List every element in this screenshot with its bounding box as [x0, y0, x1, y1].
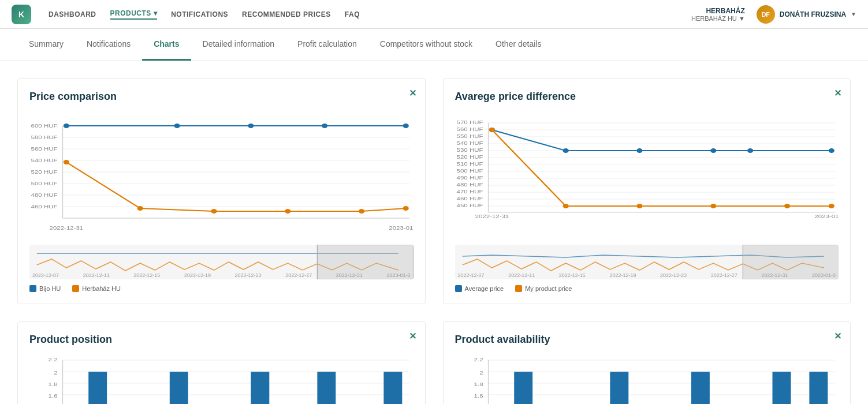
avg-price-diff-card: Avarege price difference ✕ 570 HUF 560 H…	[443, 78, 851, 304]
svg-text:1.6: 1.6	[474, 393, 483, 399]
tab-bar: Summary Notifications Charts Detailed in…	[0, 29, 868, 61]
nav-right: HERBAHÁZ HERBAHÁZ HU ▼ DF DONÁTH FRUZSIN…	[691, 5, 856, 24]
svg-point-23	[137, 206, 143, 211]
product-availability-chart: 2.2 2 1.8 1.6 1.4 1.2 1 0.8	[455, 354, 839, 404]
svg-point-62	[710, 148, 716, 153]
svg-rect-121	[772, 372, 791, 404]
user-info[interactable]: DF DONÁTH FRUZSINA ▼	[757, 5, 856, 24]
svg-point-26	[359, 209, 364, 214]
nav-dashboard[interactable]: DASHBOARD	[49, 10, 96, 18]
product-position-close[interactable]: ✕	[409, 331, 416, 342]
tab-charts[interactable]: Charts	[142, 29, 191, 61]
price-comparison-card: Price comparison ✕ 600 HUF 580 HUF 560 H…	[17, 78, 426, 304]
svg-text:540 HUF: 540 HUF	[31, 158, 58, 163]
svg-text:530 HUF: 530 HUF	[456, 147, 483, 153]
svg-text:2022-12-31: 2022-12-31	[475, 214, 509, 219]
svg-rect-122	[809, 372, 828, 404]
nav-notifications[interactable]: NOTIFICATIONS	[171, 10, 228, 18]
tab-profit[interactable]: Profit calculation	[286, 29, 368, 61]
svg-point-19	[248, 124, 254, 128]
svg-point-68	[710, 204, 716, 208]
logo: K	[12, 5, 31, 24]
product-position-title: Product position	[29, 334, 413, 346]
tab-detailed[interactable]: Detailed information	[191, 29, 286, 61]
legend-label-bijo: Bijo HU	[39, 285, 61, 292]
product-availability-card: Product availability ✕ 2.2 2 1.8 1.6 1.4…	[443, 321, 851, 404]
svg-text:500 HUF: 500 HUF	[456, 168, 483, 174]
nav-recommended[interactable]: RECOMMENDED PRICES	[242, 10, 331, 18]
avg-price-scrollbar[interactable]: 2022-12-07 2022-12-11 2022-12-15 2022-12…	[455, 245, 839, 279]
user-name: DONÁTH FRUZSINA	[780, 10, 846, 18]
svg-point-20	[322, 124, 327, 128]
svg-text:460 HUF: 460 HUF	[31, 204, 58, 210]
svg-text:540 HUF: 540 HUF	[456, 140, 483, 146]
svg-text:2023-01-04: 2023-01-04	[814, 214, 839, 219]
svg-text:2.2: 2.2	[49, 357, 58, 362]
svg-point-61	[636, 148, 642, 153]
legend-dot-avg	[455, 285, 462, 292]
legend-dot-orange	[72, 285, 79, 292]
svg-point-27	[403, 206, 409, 211]
tab-summary[interactable]: Summary	[17, 29, 75, 61]
svg-text:560 HUF: 560 HUF	[31, 146, 58, 152]
svg-point-63	[747, 148, 753, 153]
svg-rect-93	[251, 372, 269, 404]
svg-point-69	[784, 204, 789, 208]
price-comparison-title: Price comparison	[29, 91, 413, 103]
legend-bijo: Bijo HU	[29, 285, 61, 292]
svg-rect-92	[170, 372, 188, 404]
svg-text:480 HUF: 480 HUF	[31, 192, 58, 198]
svg-point-18	[174, 124, 180, 128]
svg-text:560 HUF: 560 HUF	[456, 126, 483, 132]
user-dropdown-arrow: ▼	[851, 11, 856, 17]
svg-rect-118	[514, 372, 532, 404]
avg-price-diff-close[interactable]: ✕	[834, 88, 841, 99]
charts-content: Price comparison ✕ 600 HUF 580 HUF 560 H…	[0, 61, 868, 404]
legend-my-price: My product price	[515, 285, 572, 292]
legend-avg-price: Average price	[455, 285, 504, 292]
price-comparison-close[interactable]: ✕	[409, 88, 416, 99]
legend-label-herbaház: Herbaház HU	[82, 285, 121, 292]
svg-point-60	[562, 148, 568, 153]
legend-label-avg: Average price	[465, 285, 504, 292]
svg-text:450 HUF: 450 HUF	[456, 203, 483, 208]
svg-point-65	[489, 128, 494, 132]
avg-price-diff-chart: 570 HUF 560 HUF 550 HUF 540 HUF 530 HUF …	[455, 111, 839, 240]
tab-competitors[interactable]: Competitors without stock	[368, 29, 484, 61]
svg-point-64	[828, 148, 834, 153]
svg-text:510 HUF: 510 HUF	[456, 161, 483, 167]
svg-rect-120	[691, 372, 709, 404]
price-comparison-legend: Bijo HU Herbaház HU	[29, 285, 413, 292]
svg-point-66	[562, 204, 568, 208]
tab-other[interactable]: Other details	[484, 29, 553, 61]
legend-dot-my	[515, 285, 522, 292]
svg-text:2022-12-31: 2022-12-31	[50, 225, 84, 231]
svg-text:580 HUF: 580 HUF	[31, 134, 58, 140]
product-position-chart: 2.2 2 1.8 1.6 1.4 1.2 1 0.8	[29, 354, 413, 404]
top-nav: K DASHBOARD PRODUCTS ▾ NOTIFICATIONS REC…	[0, 0, 868, 29]
product-availability-close[interactable]: ✕	[834, 331, 841, 342]
svg-text:1.8: 1.8	[474, 381, 483, 387]
product-availability-title: Product availability	[455, 334, 839, 346]
price-comparison-chart: 600 HUF 580 HUF 560 HUF 540 HUF 520 HUF …	[29, 111, 413, 240]
svg-point-17	[64, 124, 69, 128]
svg-text:600 HUF: 600 HUF	[31, 123, 58, 129]
svg-point-21	[403, 124, 409, 128]
legend-herbaház: Herbaház HU	[72, 285, 121, 292]
svg-text:2: 2	[54, 370, 58, 376]
nav-faq[interactable]: FAQ	[345, 10, 360, 18]
price-comparison-scrollbar[interactable]: 2022-12-07 2022-12-11 2022-12-15 2022-12…	[29, 245, 413, 279]
svg-point-25	[285, 209, 290, 214]
legend-label-my: My product price	[525, 285, 572, 292]
svg-text:2023-01-04: 2023-01-04	[389, 225, 413, 231]
svg-rect-119	[610, 372, 628, 404]
svg-text:520 HUF: 520 HUF	[31, 169, 58, 175]
tab-notifications[interactable]: Notifications	[75, 29, 142, 61]
svg-text:460 HUF: 460 HUF	[456, 196, 483, 201]
svg-point-67	[636, 204, 642, 208]
avg-price-diff-title: Avarege price difference	[455, 91, 839, 103]
product-position-card: Product position ✕ 2.2 2 1.8 1.6 1.4 1.2…	[17, 321, 426, 404]
nav-products[interactable]: PRODUCTS ▾	[110, 9, 158, 20]
svg-text:570 HUF: 570 HUF	[456, 119, 483, 125]
svg-text:500 HUF: 500 HUF	[31, 181, 58, 186]
